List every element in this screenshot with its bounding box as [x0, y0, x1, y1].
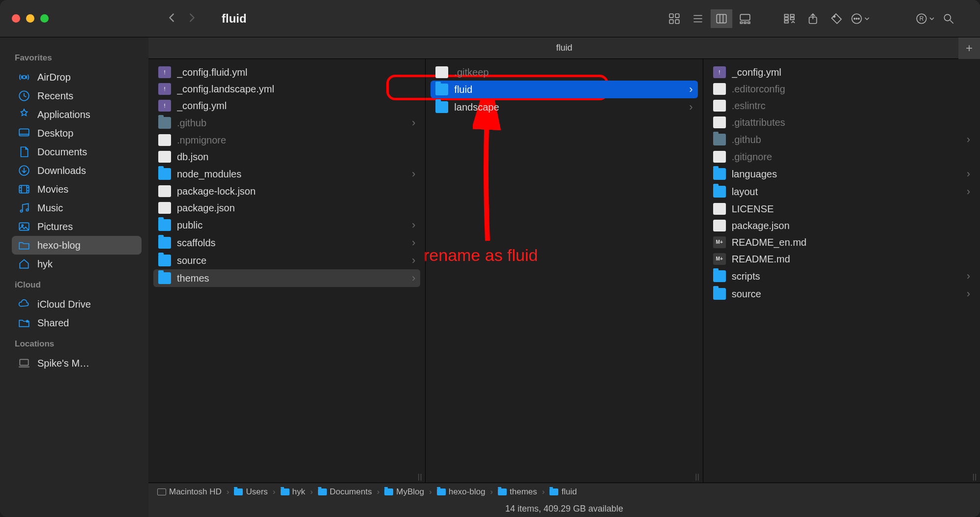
sidebar-item-spike-s-m-[interactable]: Spike's M…: [12, 354, 142, 373]
svg-point-21: [834, 16, 835, 17]
sidebar-item-hyk[interactable]: hyk: [12, 255, 142, 273]
file-name-label: README.md: [732, 254, 970, 265]
file-row[interactable]: public›: [153, 216, 420, 234]
fullscreen-window-button[interactable]: [40, 14, 49, 23]
folder-icon: [713, 270, 726, 282]
breadcrumb-item[interactable]: Documents: [318, 487, 372, 497]
column-resize-handle[interactable]: ||: [973, 473, 977, 481]
file-row[interactable]: !_config.yml: [153, 97, 420, 114]
more-actions-button[interactable]: [849, 9, 871, 28]
file-row[interactable]: package.json: [153, 200, 420, 216]
disk-icon: [157, 488, 166, 495]
file-row[interactable]: db.json: [153, 148, 420, 165]
sidebar-item-downloads[interactable]: Downloads: [12, 161, 142, 180]
file-row[interactable]: M+README.md: [708, 251, 975, 267]
group-by-button[interactable]: [778, 9, 800, 28]
sidebar-item-movies[interactable]: Movies: [12, 180, 142, 199]
breadcrumb-item[interactable]: MyBlog: [384, 487, 424, 497]
file-row[interactable]: .editorconfig: [708, 81, 975, 97]
breadcrumb-item[interactable]: themes: [498, 487, 537, 497]
breadcrumb-separator: ›: [490, 487, 493, 497]
breadcrumb-item[interactable]: hexo-blog: [437, 487, 486, 497]
file-name-label: .github: [177, 117, 406, 129]
file-icon: !: [158, 83, 171, 95]
file-name-label: README_en.md: [732, 237, 970, 248]
file-row[interactable]: .github›: [708, 131, 975, 148]
sidebar-item-hexo-blog[interactable]: hexo-blog: [12, 236, 142, 255]
sidebar-item-shared[interactable]: Shared: [12, 314, 142, 332]
file-row[interactable]: .github›: [153, 114, 420, 132]
folder-icon: [498, 488, 507, 495]
sidebar-item-airdrop[interactable]: AirDrop: [12, 68, 142, 86]
chevron-right-icon: ›: [967, 270, 970, 283]
home-icon: [18, 258, 30, 270]
new-tab-button[interactable]: +: [958, 37, 980, 59]
file-icon: [158, 151, 171, 163]
folder-icon: [713, 134, 726, 145]
svg-point-44: [26, 209, 28, 211]
svg-rect-18: [790, 17, 794, 19]
file-row[interactable]: .npmignore: [153, 132, 420, 148]
file-row[interactable]: package-lock.json: [153, 183, 420, 200]
sidebar-item-applications[interactable]: Applications: [12, 105, 142, 124]
file-name-label: scripts: [732, 271, 961, 282]
back-button[interactable]: [167, 10, 177, 28]
svg-point-47: [26, 320, 29, 322]
icon-view-button[interactable]: [663, 9, 685, 28]
gallery-view-button[interactable]: [734, 9, 756, 28]
file-name-label: db.json: [177, 151, 415, 163]
file-row[interactable]: themes›: [153, 269, 420, 287]
share-button[interactable]: [802, 9, 824, 28]
file-row[interactable]: node_modules›: [153, 165, 420, 183]
sidebar-item-label: hexo-blog: [37, 240, 81, 251]
breadcrumb-item[interactable]: hyk: [281, 487, 305, 497]
column-view-button[interactable]: [711, 9, 732, 28]
svg-rect-17: [790, 14, 794, 16]
sidebar-item-music[interactable]: Music: [12, 199, 142, 217]
file-row[interactable]: package.json: [708, 217, 975, 234]
file-row[interactable]: M+README_en.md: [708, 234, 975, 251]
minimize-window-button[interactable]: [26, 14, 34, 23]
chevron-right-icon: ›: [967, 168, 970, 180]
svg-rect-12: [744, 22, 746, 23]
file-row[interactable]: fluid›: [431, 81, 697, 98]
search-button[interactable]: [938, 9, 959, 28]
file-row[interactable]: scripts›: [708, 267, 975, 285]
tab-title[interactable]: fluid: [556, 43, 572, 53]
user-button[interactable]: R: [914, 9, 936, 28]
file-row[interactable]: layout›: [708, 183, 975, 201]
file-row[interactable]: scaffolds›: [153, 234, 420, 252]
sidebar-item-icloud-drive[interactable]: iCloud Drive: [12, 295, 142, 314]
column-resize-handle[interactable]: ||: [695, 473, 699, 481]
breadcrumb-item[interactable]: Macintosh HD: [157, 487, 222, 497]
file-row[interactable]: landscape›: [431, 98, 697, 116]
file-row[interactable]: .gitattributes: [708, 114, 975, 131]
column-resize-handle[interactable]: ||: [418, 473, 422, 481]
svg-rect-14: [784, 14, 788, 16]
file-row[interactable]: source›: [153, 252, 420, 269]
file-row[interactable]: .eslintrc: [708, 97, 975, 114]
sidebar-item-documents[interactable]: Documents: [12, 143, 142, 161]
breadcrumb-item[interactable]: Users: [234, 487, 267, 497]
file-row[interactable]: !_config.fluid.yml: [153, 64, 420, 81]
file-row[interactable]: LICENSE: [708, 201, 975, 217]
svg-rect-13: [748, 22, 749, 23]
sidebar-item-label: hyk: [37, 258, 53, 270]
breadcrumb-item[interactable]: fluid: [549, 487, 576, 497]
file-row[interactable]: .gitignore: [708, 148, 975, 165]
list-view-button[interactable]: [687, 9, 709, 28]
sidebar-item-pictures[interactable]: Pictures: [12, 217, 142, 236]
close-window-button[interactable]: [12, 14, 20, 23]
file-row[interactable]: .gitkeep: [431, 64, 697, 81]
sidebar-item-recents[interactable]: Recents: [12, 86, 142, 105]
file-row[interactable]: source›: [708, 285, 975, 303]
svg-rect-11: [740, 22, 742, 23]
tags-button[interactable]: [826, 9, 847, 28]
file-icon: !: [158, 100, 171, 112]
sidebar-item-desktop[interactable]: Desktop: [12, 124, 142, 143]
file-row[interactable]: !_config.yml: [708, 64, 975, 81]
breadcrumb-separator: ›: [542, 487, 545, 497]
file-row[interactable]: !_config.landscape.yml: [153, 81, 420, 97]
forward-button[interactable]: [186, 10, 197, 28]
file-row[interactable]: languages›: [708, 165, 975, 183]
